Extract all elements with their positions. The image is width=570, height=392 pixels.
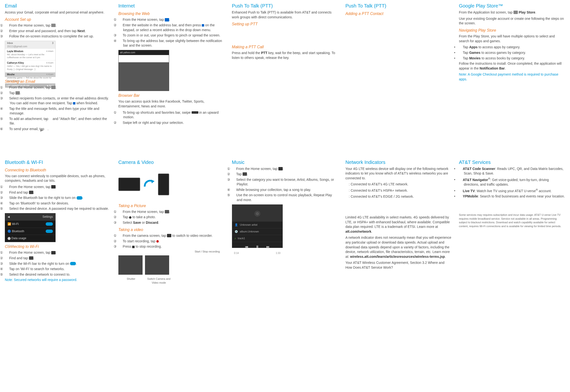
email-sending-title: Sending an Email: [5, 79, 111, 84]
section-camera: Camera & Video Taking a Picture ①From th…: [118, 159, 225, 285]
play-title: Google Play Store™: [459, 2, 565, 9]
checkmark-icon: [73, 102, 75, 105]
camera-title: Camera & Video: [118, 159, 225, 166]
email-app-icon: [51, 24, 56, 27]
settings-icon: [29, 256, 33, 260]
wifi-note: Note: Secured networks will require a pa…: [5, 278, 111, 282]
camera-thumbs: [118, 255, 169, 275]
toggle-on-icon: [77, 196, 82, 200]
record-icon: [156, 240, 159, 243]
browser-screenshot: att.yahoo.com: [118, 50, 169, 91]
bt-title: Bluetooth & WI-FI: [5, 159, 111, 166]
section-internet: Internet Browsing the Web ①From the Home…: [118, 2, 225, 132]
email-title: Email: [5, 2, 111, 9]
play-note: Note: A Google Checkout payment method i…: [459, 72, 565, 82]
menu-icon: ⋮: [49, 118, 52, 120]
music-app-icon: [243, 172, 247, 176]
stop-icon: [132, 246, 135, 248]
music-player-screenshot: ◉ 👤Unknown artist 💿album.Unknown ♪track1…: [232, 204, 283, 248]
services-title: AT&T Services: [459, 159, 565, 166]
video-switch-icon: [167, 234, 171, 237]
section-att-services: AT&T Services •AT&T Code Scanner: Reads …: [459, 159, 565, 285]
section-ptt-contact: Push To Talk (PTT) Adding a PTT Contact: [345, 2, 452, 132]
go-icon: [202, 24, 204, 27]
email-setup-title: Account Set up: [5, 17, 111, 22]
play-store-icon: [513, 11, 518, 14]
svg-marker-0: [151, 180, 155, 183]
ptt-title: Push To Talk (PTT): [232, 2, 338, 9]
shutter-caption: Shutter: [118, 277, 144, 285]
section-network: Network Indicators Your 4G LTE wireless …: [345, 159, 452, 285]
services-footnote: Some services may requires subscription …: [459, 213, 565, 228]
ptt2-title: Push To Talk (PTT): [345, 2, 452, 9]
section-bluetooth-wifi: Bluetooth & WI-FI Connecting to Bluetoot…: [5, 159, 111, 285]
camera-app-icon: [165, 210, 169, 213]
ptt-call-title: Making a PTT Call: [232, 44, 338, 50]
wifi-sub: Connecting to Wi-Fi: [5, 244, 111, 249]
section-music: Music ①From the Home screen, tap . ②Tap …: [232, 159, 338, 285]
compose-icon: [15, 91, 20, 95]
send-icon: ▶: [45, 128, 48, 130]
internet-title: Internet: [118, 2, 225, 9]
email-app-icon: [51, 86, 56, 89]
section-playstore: Google Play Store™ From the Application …: [459, 2, 565, 132]
toggle-on-icon: [70, 262, 76, 265]
vid-title: Taking a video: [118, 227, 225, 232]
email-sending-list: ①From the Home screen, tap . ②Tap . ③Sel…: [5, 85, 111, 131]
section-email: Email Access your Gmail, corporate email…: [5, 2, 111, 132]
email-inbox-screenshot: Inbox15111@gmail.com 3 Layla Windom4:44a…: [5, 41, 56, 77]
ptt-setup-title: Setting up PTT: [232, 21, 338, 27]
browser-icon: [165, 18, 169, 21]
bt-sub: Connecting to Bluetooth: [5, 168, 111, 173]
rotate-arrow-icon: [143, 177, 156, 192]
start-stop-caption: Start / Stop recording: [118, 250, 225, 253]
camera-rotate-illustration: [118, 168, 169, 201]
apps-icon: [51, 251, 56, 254]
email-setup-list: ①From the Home screen, tap . ②Enter your…: [5, 23, 111, 39]
pic-title: Taking a Picture: [118, 203, 225, 209]
shutter-icon: [129, 216, 132, 219]
switch-caption: Switch Camera and Video mode: [146, 277, 172, 285]
section-ptt: Push To Talk (PTT) Enhanced Push to Talk…: [232, 2, 338, 132]
browsing-title: Browsing the Web: [118, 11, 225, 16]
play-nav-title: Navigating Play Store: [459, 28, 565, 33]
music-title: Music: [232, 159, 338, 166]
apps-icon: [278, 167, 283, 170]
settings-screenshot: ◀ Settings 📶 Wi-Fi 🔵 Bluetooth ⬤ Data us…: [5, 213, 56, 242]
swipe-bar-icon: [192, 111, 198, 114]
apps-icon: [51, 185, 56, 189]
ptt-add-title: Adding a PTT Contact: [345, 11, 452, 16]
email-intro: Access your Gmail, corporate email and p…: [5, 10, 111, 15]
settings-icon: [29, 191, 33, 194]
network-title: Network Indicators: [345, 159, 452, 166]
browser-bar-title: Browser Bar: [118, 93, 225, 98]
